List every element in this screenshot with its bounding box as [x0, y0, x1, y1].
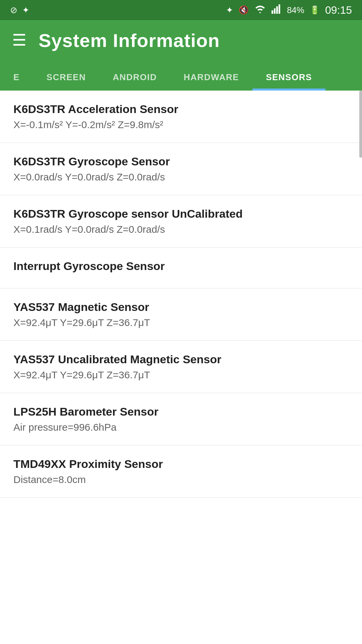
tab-hardware[interactable]: HARDWARE	[170, 64, 252, 91]
notification-icon: ⊘	[10, 5, 17, 15]
tab-partial[interactable]: E	[0, 64, 33, 91]
svg-rect-3	[279, 4, 280, 14]
scroll-indicator	[359, 91, 362, 158]
sensor-item: YAS537 Magnetic SensorX=92.4μT Y=29.6μT …	[0, 288, 362, 341]
mute-icon: 🔇	[239, 5, 249, 15]
sensor-item: Interrupt Gyroscope Sensor	[0, 248, 362, 288]
sensor-item: LPS25H Barometer SensorAir pressure=996.…	[0, 393, 362, 445]
tab-partial-label: E	[13, 72, 20, 83]
tab-android[interactable]: ANDROID	[99, 64, 170, 91]
page-title: System Information	[39, 30, 220, 51]
hamburger-menu-icon[interactable]: ☰	[12, 32, 26, 48]
svg-rect-1	[274, 8, 276, 14]
sensor-value: Air pressure=996.6hPa	[13, 422, 349, 433]
tab-sensors-label: SENSORS	[266, 72, 312, 83]
sensor-name: K6DS3TR Gyroscope Sensor	[13, 155, 349, 168]
sensor-name: K6DS3TR Gyroscope sensor UnCalibrated	[13, 207, 349, 220]
tab-hardware-label: HARDWARE	[184, 72, 239, 83]
sensor-value: X=0.1rad/s Y=0.0rad/s Z=0.0rad/s	[13, 224, 349, 235]
sensor-item: K6DS3TR Acceleration SensorX=-0.1m/s² Y=…	[0, 91, 362, 143]
bluetooth-icon: ✦	[22, 5, 29, 15]
sensor-value: X=92.4μT Y=29.6μT Z=36.7μT	[13, 317, 349, 328]
status-bar: ⊘ ✦ ✦ 🔇 84% 🔋 09:15	[0, 0, 362, 20]
status-bar-right: ✦ 🔇 84% 🔋 09:15	[226, 4, 352, 16]
sensor-name: Interrupt Gyroscope Sensor	[13, 260, 349, 273]
tab-screen[interactable]: SCREEN	[33, 64, 99, 91]
signal-icon	[272, 4, 282, 16]
app-bar: ☰ System Information	[0, 20, 362, 60]
sensor-item: TMD49XX Proximity SensorDistance=8.0cm	[0, 445, 362, 498]
tab-screen-label: SCREEN	[47, 72, 86, 83]
status-bar-left: ⊘ ✦	[10, 5, 29, 15]
svg-rect-2	[276, 6, 278, 14]
svg-rect-0	[272, 10, 273, 14]
tab-sensors[interactable]: SENSORS	[252, 64, 325, 91]
tab-bar: E SCREEN ANDROID HARDWARE SENSORS	[0, 60, 362, 91]
clock: 09:15	[325, 4, 352, 16]
bluetooth-status-icon: ✦	[226, 5, 233, 15]
sensor-item: K6DS3TR Gyroscope SensorX=0.0rad/s Y=0.0…	[0, 143, 362, 195]
wifi-icon	[254, 4, 266, 16]
sensor-value: X=92.4μT Y=29.6μT Z=36.7μT	[13, 369, 349, 381]
battery-percentage: 84%	[287, 5, 304, 15]
sensors-list: K6DS3TR Acceleration SensorX=-0.1m/s² Y=…	[0, 91, 362, 498]
sensor-name: K6DS3TR Acceleration Sensor	[13, 103, 349, 116]
sensor-name: LPS25H Barometer Sensor	[13, 405, 349, 418]
sensor-item: YAS537 Uncalibrated Magnetic SensorX=92.…	[0, 341, 362, 393]
sensor-name: YAS537 Uncalibrated Magnetic Sensor	[13, 353, 349, 366]
tab-android-label: ANDROID	[113, 72, 157, 83]
sensor-item: K6DS3TR Gyroscope sensor UnCalibratedX=0…	[0, 195, 362, 248]
content-wrapper: K6DS3TR Acceleration SensorX=-0.1m/s² Y=…	[0, 91, 362, 498]
sensor-name: YAS537 Magnetic Sensor	[13, 301, 349, 314]
battery-icon: 🔋	[310, 5, 320, 15]
sensor-value: X=0.0rad/s Y=0.0rad/s Z=0.0rad/s	[13, 171, 349, 183]
sensor-name: TMD49XX Proximity Sensor	[13, 458, 349, 471]
sensor-value: X=-0.1m/s² Y=-0.2m/s² Z=9.8m/s²	[13, 119, 349, 130]
sensor-value: Distance=8.0cm	[13, 474, 349, 485]
